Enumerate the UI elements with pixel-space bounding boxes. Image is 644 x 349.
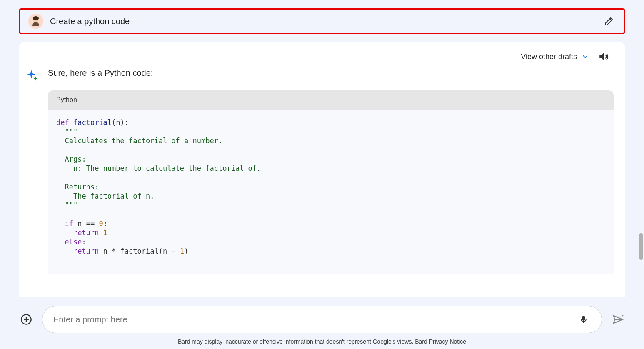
user-prompt-row: Create a python code	[19, 8, 625, 34]
edit-prompt-button[interactable]	[602, 15, 616, 28]
svg-point-2	[33, 16, 39, 20]
scrollbar-thumb[interactable]	[639, 233, 643, 260]
pencil-icon	[604, 16, 614, 26]
prompt-input[interactable]	[53, 315, 577, 324]
view-drafts-button[interactable]: View other drafts	[521, 52, 589, 61]
speak-button[interactable]	[596, 49, 611, 64]
svg-rect-4	[582, 316, 585, 321]
view-drafts-label: View other drafts	[521, 52, 577, 61]
add-button[interactable]	[19, 312, 34, 327]
volume-icon	[598, 51, 609, 62]
input-area: Bard may display inaccurate or offensive…	[0, 297, 644, 349]
footer-disclaimer: Bard may display inaccurate or offensive…	[19, 338, 625, 345]
privacy-link[interactable]: Bard Privacy Notice	[415, 338, 466, 345]
code-block: Python def factorial(n): """ Calculates …	[48, 90, 614, 274]
svg-point-5	[622, 315, 624, 317]
chevron-down-icon	[581, 52, 589, 61]
send-button[interactable]	[610, 312, 625, 327]
response-intro-text: Sure, here is a Python code:	[48, 68, 614, 78]
mic-icon	[579, 314, 589, 324]
code-content: def factorial(n): """ Calculates the fac…	[48, 110, 614, 274]
send-icon	[612, 314, 624, 325]
plus-circle-icon	[20, 314, 32, 325]
bard-sparkle-icon	[26, 69, 39, 83]
mic-button[interactable]	[577, 312, 591, 327]
user-prompt-text: Create a python code	[50, 17, 596, 26]
user-avatar	[28, 14, 43, 29]
prompt-input-container[interactable]	[42, 306, 602, 333]
code-language-label: Python	[48, 90, 614, 110]
